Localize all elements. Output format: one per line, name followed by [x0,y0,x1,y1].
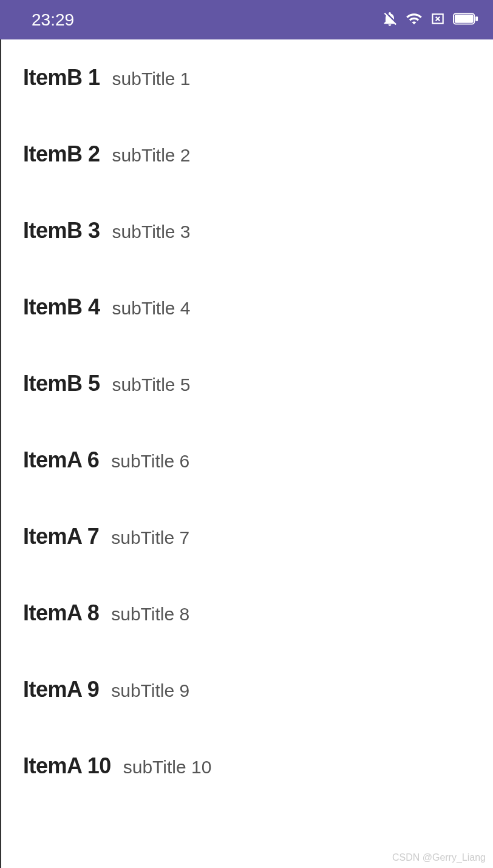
list-item[interactable]: ItemA 8 subTitle 8 [1,575,493,651]
status-bar: 23:29 [0,0,493,39]
list-item[interactable]: ItemB 1 subTitle 1 [1,39,493,116]
list-item[interactable]: ItemB 2 subTitle 2 [1,116,493,192]
svg-rect-2 [475,16,478,21]
wifi-icon [406,10,423,30]
item-title: ItemA 9 [23,677,99,702]
no-sim-icon [430,11,446,29]
item-subtitle: subTitle 5 [112,375,191,395]
dnd-icon [381,10,398,30]
item-subtitle: subTitle 4 [112,298,191,319]
item-title: ItemA 8 [23,600,99,626]
item-subtitle: subTitle 1 [112,69,191,89]
svg-rect-1 [455,15,474,22]
list-item[interactable]: ItemA 9 subTitle 9 [1,651,493,728]
item-subtitle: subTitle 10 [123,757,212,778]
status-time: 23:29 [15,10,74,30]
item-title: ItemB 3 [23,218,100,243]
list-container[interactable]: ItemB 1 subTitle 1 ItemB 2 subTitle 2 It… [0,39,493,868]
item-title: ItemB 2 [23,141,100,167]
watermark: CSDN @Gerry_Liang [392,852,486,863]
list-item[interactable]: ItemB 4 subTitle 4 [1,269,493,345]
item-subtitle: subTitle 8 [111,604,189,625]
item-title: ItemA 10 [23,753,111,779]
item-title: ItemB 1 [23,65,100,90]
status-icons [381,10,478,30]
battery-icon [453,12,478,29]
list-item[interactable]: ItemA 7 subTitle 7 [1,498,493,575]
item-subtitle: subTitle 2 [112,145,191,166]
list-item[interactable]: ItemB 3 subTitle 3 [1,192,493,269]
item-subtitle: subTitle 6 [111,451,189,472]
list-item[interactable]: ItemB 5 subTitle 5 [1,345,493,422]
item-title: ItemB 4 [23,294,100,320]
item-subtitle: subTitle 3 [112,222,191,242]
list-item[interactable]: ItemA 10 subTitle 10 [1,728,493,804]
item-subtitle: subTitle 7 [111,527,189,548]
item-title: ItemA 6 [23,447,99,473]
list-item[interactable]: ItemA 6 subTitle 6 [1,422,493,498]
item-title: ItemB 5 [23,371,100,396]
item-title: ItemA 7 [23,524,99,549]
item-subtitle: subTitle 9 [111,680,189,701]
